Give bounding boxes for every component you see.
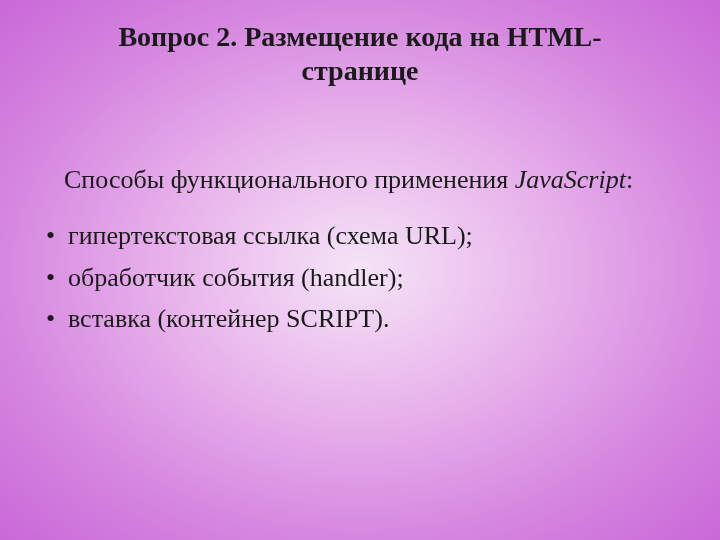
- intro-text-prefix: Способы функционального применения: [64, 165, 515, 194]
- intro-text-italic: JavaScript: [515, 165, 626, 194]
- list-item: вставка (контейнер SCRIPT).: [46, 298, 690, 340]
- bullet-list: гипертекстовая ссылка (схема URL); обраб…: [30, 215, 690, 340]
- intro-paragraph: Способы функционального применения JavaS…: [30, 162, 690, 197]
- list-item: обработчик события (handler);: [46, 257, 690, 299]
- slide-title: Вопрос 2. Размещение кода на HTML-страни…: [30, 20, 690, 87]
- intro-text-suffix: :: [626, 165, 633, 194]
- list-item: гипертекстовая ссылка (схема URL);: [46, 215, 690, 257]
